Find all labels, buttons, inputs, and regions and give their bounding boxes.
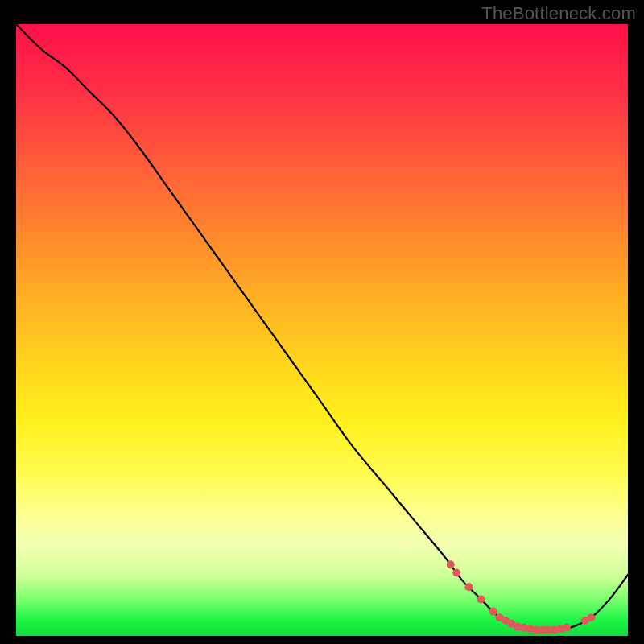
curve-marker <box>587 613 595 621</box>
chart-plot-area <box>16 24 628 636</box>
chart-svg <box>16 24 628 636</box>
watermark-text: TheBottleneck.com <box>481 3 636 24</box>
curve-marker <box>563 624 571 632</box>
chart-stage: TheBottleneck.com <box>0 0 644 644</box>
bottleneck-curve <box>16 24 628 630</box>
curve-marker <box>477 595 485 603</box>
curve-marker <box>447 560 455 568</box>
curve-marker <box>464 583 473 591</box>
curve-marker <box>452 568 460 576</box>
curve-marker <box>489 608 497 616</box>
curve-markers <box>447 560 596 634</box>
